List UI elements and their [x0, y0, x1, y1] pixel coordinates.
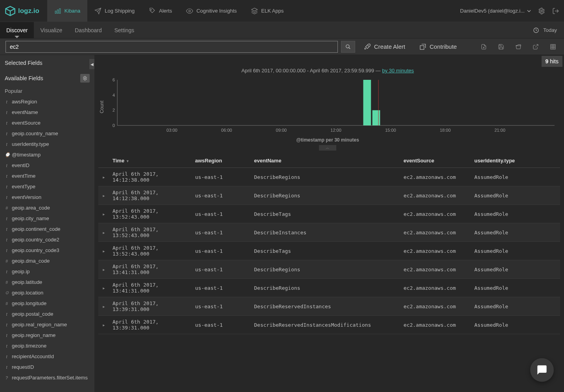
brand-logo[interactable]: logz.io — [5, 6, 47, 17]
hits-count: 9 — [546, 58, 549, 64]
field-geoip-country_code2[interactable]: tgeoip.country_code2 — [0, 234, 94, 245]
expand-row[interactable]: ▸ — [98, 205, 109, 223]
create-alert-label: Create Alert — [374, 43, 405, 50]
table-row[interactable]: ▸April 6th 2017, 13:41:31.000us-east-1De… — [98, 279, 560, 297]
save-icon[interactable] — [498, 44, 504, 50]
nav-cognitive-insights[interactable]: Cognitive Insights — [179, 0, 244, 22]
histogram-chart[interactable]: 024603:0006:0009:0012:0015:0018:0021:00 — [105, 77, 557, 136]
field-geoip-city_name[interactable]: tgeoip.city_name — [0, 213, 94, 224]
field-type-icon: t — [5, 216, 9, 221]
field-@timestamp[interactable]: ⌚@timestamp — [0, 149, 94, 160]
chart-expand-handle[interactable]: ︿ — [319, 145, 336, 151]
expand-row[interactable]: ▸ — [98, 316, 109, 334]
top-bar: logz.io KibanaLog ShippingAlertsCognitiv… — [0, 0, 564, 22]
layers-icon — [251, 7, 258, 15]
table-row[interactable]: ▸April 6th 2017, 13:52:43.000us-east-1De… — [98, 223, 560, 242]
field-geoip-latitude[interactable]: #geoip.latitude — [0, 277, 94, 287]
field-eventTime[interactable]: teventTime — [0, 171, 94, 181]
histogram-area: April 6th 2017, 00:00:00.000 - April 6th… — [94, 68, 564, 154]
tab-discover[interactable]: Discover — [0, 22, 34, 38]
sidebar-collapse[interactable]: ◀ — [89, 59, 94, 69]
time-picker[interactable]: Today — [533, 27, 564, 33]
open-icon[interactable] — [515, 44, 522, 50]
field-eventType[interactable]: teventType — [0, 181, 94, 192]
table-row[interactable]: ▸April 6th 2017, 14:12:38.000us-east-1De… — [98, 168, 560, 186]
table-row[interactable]: ▸April 6th 2017, 13:52:43.000us-east-1De… — [98, 242, 560, 260]
col-Time[interactable]: Time▼ — [109, 154, 192, 168]
table-row[interactable]: ▸April 6th 2017, 13:39:31.000us-east-1De… — [98, 316, 560, 334]
available-fields-header[interactable]: Available Fields — [0, 69, 94, 86]
field-type-icon: t — [5, 312, 9, 317]
nav-elk-apps[interactable]: ELK Apps — [244, 0, 291, 22]
user-menu[interactable]: DanielDev5 (daniel@logz.i... — [460, 8, 531, 14]
expand-row[interactable]: ▸ — [98, 279, 109, 297]
field-type-icon: t — [5, 333, 9, 338]
svg-point-13 — [346, 44, 349, 48]
field-type-icon: # — [5, 301, 9, 306]
field-eventSource[interactable]: teventSource — [0, 118, 94, 128]
col-awsRegion[interactable]: awsRegion — [192, 154, 251, 168]
nav-log-shipping[interactable]: Log Shipping — [87, 0, 142, 22]
field-geoip-longitude[interactable]: #geoip.longitude — [0, 298, 94, 309]
field-geoip-location[interactable]: ⊙geoip.location — [0, 287, 94, 298]
interval-link[interactable]: by 30 minutes — [382, 68, 414, 74]
nav-alerts[interactable]: Alerts — [142, 0, 179, 22]
col-eventName[interactable]: eventName — [251, 154, 400, 168]
field-recipientAccountId[interactable]: trecipientAccountId — [0, 351, 94, 362]
field-eventID[interactable]: teventID — [0, 160, 94, 171]
expand-row[interactable]: ▸ — [98, 297, 109, 316]
toolbar-icons — [481, 44, 558, 50]
gear-icon[interactable] — [538, 7, 545, 15]
expand-row[interactable]: ▸ — [98, 186, 109, 205]
tab-settings[interactable]: Settings — [108, 22, 141, 38]
field-awsRegion[interactable]: tawsRegion — [0, 96, 94, 107]
fields-settings-button[interactable] — [80, 74, 90, 83]
field-eventName[interactable]: teventName — [0, 107, 94, 118]
field-userIdentity-type[interactable]: tuserIdentity.type — [0, 139, 94, 149]
field-geoip-real_region_name[interactable]: tgeoip.real_region_name — [0, 319, 94, 330]
field-type-icon: t — [5, 237, 9, 242]
grid-icon[interactable] — [550, 44, 556, 50]
table-row[interactable]: ▸April 6th 2017, 13:41:31.000us-east-1De… — [98, 260, 560, 279]
field-geoip-country_name[interactable]: tgeoip.country_name — [0, 128, 94, 139]
intercom-button[interactable] — [530, 358, 554, 382]
field-geoip-timezone[interactable]: tgeoip.timezone — [0, 340, 94, 351]
field-type-icon: ⌚ — [5, 152, 9, 157]
field-type-icon: t — [5, 227, 9, 232]
field-geoip-country_code3[interactable]: tgeoip.country_code3 — [0, 245, 94, 256]
chart-range: April 6th 2017, 00:00:00.000 - April 6th… — [241, 68, 381, 74]
expand-row[interactable]: ▸ — [98, 260, 109, 279]
field-requestParameters-filterSet-items[interactable]: ?requestParameters.filterSet.items — [0, 372, 94, 383]
new-icon[interactable] — [481, 44, 487, 50]
create-alert-button[interactable]: Create Alert — [358, 43, 411, 50]
contribute-button[interactable]: Contribute — [414, 43, 462, 50]
brand-text: logz.io — [18, 7, 39, 15]
field-geoip-dma_code[interactable]: #geoip.dma_code — [0, 256, 94, 266]
tab-dashboard[interactable]: Dashboard — [68, 22, 108, 38]
table-row[interactable]: ▸April 6th 2017, 14:12:38.000us-east-1De… — [98, 186, 560, 205]
nav-kibana[interactable]: Kibana — [47, 0, 87, 22]
field-geoip-region_name[interactable]: tgeoip.region_name — [0, 330, 94, 340]
svg-text:0: 0 — [112, 123, 115, 128]
tab-visualize[interactable]: Visualize — [34, 22, 68, 38]
col-eventSource[interactable]: eventSource — [400, 154, 471, 168]
search-button[interactable] — [341, 41, 355, 53]
field-geoip-continent_code[interactable]: tgeoip.continent_code — [0, 224, 94, 234]
field-geoip-ip[interactable]: tgeoip.ip — [0, 266, 94, 277]
field-eventVersion[interactable]: teventVersion — [0, 192, 94, 202]
external-link-icon[interactable] — [533, 44, 539, 50]
chart-caption: April 6th 2017, 00:00:00.000 - April 6th… — [98, 68, 557, 74]
table-row[interactable]: ▸April 6th 2017, 13:52:43.000us-east-1De… — [98, 205, 560, 223]
field-geoip-area_code[interactable]: #geoip.area_code — [0, 202, 94, 213]
selected-fields-header[interactable]: Selected Fields — [0, 55, 94, 69]
expand-row[interactable]: ▸ — [98, 223, 109, 242]
expand-row[interactable]: ▸ — [98, 168, 109, 186]
query-input[interactable] — [6, 41, 338, 53]
expand-row[interactable]: ▸ — [98, 242, 109, 260]
field-geoip-postal_code[interactable]: tgeoip.postal_code — [0, 309, 94, 319]
col-userIdentity-type[interactable]: userIdentity.type — [471, 154, 560, 168]
table-row[interactable]: ▸April 6th 2017, 13:39:31.000us-east-1De… — [98, 297, 560, 316]
svg-text:18:00: 18:00 — [440, 128, 451, 133]
logout-icon[interactable] — [552, 7, 559, 15]
field-requestID[interactable]: trequestID — [0, 362, 94, 372]
